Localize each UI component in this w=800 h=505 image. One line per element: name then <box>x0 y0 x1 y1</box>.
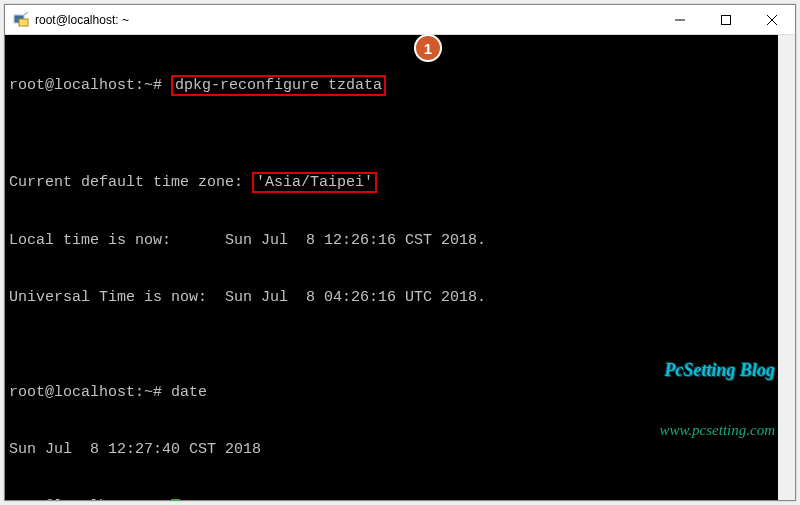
titlebar: root@localhost: ~ <box>5 5 795 35</box>
svg-line-2 <box>24 12 28 15</box>
prompt: root@localhost:~# <box>9 77 171 94</box>
local-time-line: Local time is now: Sun Jul 8 12:26:16 CS… <box>9 231 791 250</box>
prompt: root@localhost:~# <box>9 384 171 401</box>
cursor <box>171 499 180 500</box>
putty-icon <box>13 12 29 28</box>
svg-rect-4 <box>722 15 731 24</box>
command-text: date <box>171 384 207 401</box>
highlighted-command: dpkg-reconfigure tzdata <box>171 75 386 96</box>
scrollbar[interactable] <box>778 35 795 500</box>
watermark-title: PcSetting Blog <box>659 360 775 380</box>
highlighted-timezone: 'Asia/Taipei' <box>252 172 377 193</box>
tz-label: Current default time zone: <box>9 174 252 191</box>
terminal-area[interactable]: root@localhost:~# dpkg-reconfigure tzdat… <box>5 35 795 500</box>
window-controls <box>657 5 795 35</box>
callout-badge-1: 1 <box>414 34 442 62</box>
terminal-window: root@localhost: ~ root@localhost:~# dpkg… <box>4 4 796 501</box>
date-output: Sun Jul 8 12:27:40 CST 2018 <box>9 440 791 459</box>
utc-time-line: Universal Time is now: Sun Jul 8 04:26:1… <box>9 288 791 307</box>
close-button[interactable] <box>749 5 795 35</box>
window-title: root@localhost: ~ <box>35 13 657 27</box>
maximize-button[interactable] <box>703 5 749 35</box>
watermark-url: www.pcsetting.com <box>659 420 775 440</box>
minimize-button[interactable] <box>657 5 703 35</box>
prompt: root@localhost:~# <box>9 498 171 500</box>
svg-rect-1 <box>19 19 28 26</box>
